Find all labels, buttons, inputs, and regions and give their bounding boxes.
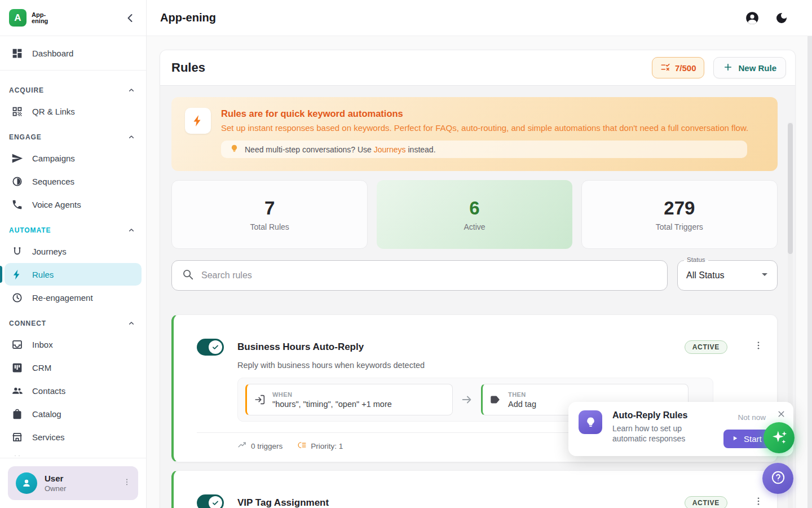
sidebar-item-contacts[interactable]: Contacts: [5, 379, 142, 402]
rule-menu-kebab-icon[interactable]: [753, 496, 764, 508]
half-circle-icon: [11, 175, 24, 187]
chevron-up-icon: [127, 86, 136, 95]
sidebar-item-voice-agents[interactable]: Voice Agents: [5, 193, 142, 216]
status-filter-label: Status: [684, 256, 708, 263]
qr-code-icon: [11, 105, 24, 117]
question-mark-icon: [770, 470, 786, 487]
sidebar-item-inbox[interactable]: Inbox: [5, 333, 142, 356]
window-scrollbar-track: [807, 36, 812, 508]
sidebar-collapse-button[interactable]: [123, 11, 137, 25]
new-rule-button[interactable]: New Rule: [713, 57, 786, 78]
chevron-down-icon: [758, 268, 771, 283]
trending-up-icon: [237, 440, 247, 452]
help-fab[interactable]: [762, 463, 793, 494]
sidebar-item-qr-links[interactable]: QR & Links: [5, 100, 142, 122]
chevron-up-icon: [127, 133, 136, 142]
search-input[interactable]: [201, 270, 657, 281]
sidebar-item-journeys[interactable]: Journeys: [5, 240, 142, 262]
sparkles-icon: [770, 427, 789, 448]
filters-row: Status All Status: [171, 260, 778, 291]
sidebar-item-campaigns[interactable]: Campaigns: [5, 147, 142, 169]
when-label: WHEN: [272, 391, 392, 398]
sidebar-item-appointments[interactable]: Appointments: [5, 449, 142, 456]
status-badge: ACTIVE: [685, 340, 727, 354]
sidebar-item-rules[interactable]: Rules: [5, 263, 142, 286]
sidebar-item-catalog[interactable]: Catalog: [5, 402, 142, 425]
chevron-up-icon: [127, 319, 136, 328]
stat-total-rules: 7 Total Rules: [171, 180, 368, 249]
close-icon[interactable]: [776, 409, 786, 419]
status-filter-value: All Status: [686, 270, 725, 281]
calendar-icon: [11, 454, 24, 456]
ai-assistant-fab[interactable]: [764, 422, 795, 453]
play-icon: [731, 434, 739, 444]
sidebar-item-re-engagement[interactable]: Re-engagement: [5, 286, 142, 309]
app-root: A App-ening Dashboard ACQUIRE QR & Li: [0, 0, 812, 508]
rule-menu-kebab-icon[interactable]: [753, 340, 764, 354]
topbar-title: App-ening: [160, 11, 745, 24]
section-header-automate[interactable]: AUTOMATE: [0, 216, 146, 239]
chevron-left-icon: [123, 18, 137, 27]
bolt-icon: [185, 108, 211, 134]
sidebar-user-section: User Owner: [0, 458, 146, 508]
sidebar-nav: Dashboard ACQUIRE QR & Links ENGAGE Camp…: [0, 36, 146, 456]
user-menu-kebab-icon[interactable]: [122, 478, 131, 489]
logo-badge: A: [9, 9, 27, 27]
section-header-acquire[interactable]: ACQUIRE: [0, 76, 146, 99]
when-condition-box: WHEN "hours", "timing", "open" +1 more: [245, 384, 453, 415]
dark-mode-moon-icon[interactable]: [775, 11, 788, 25]
status-filter-select[interactable]: Status All Status: [677, 260, 778, 291]
plus-icon: [723, 62, 733, 74]
page-title: Rules: [171, 60, 652, 75]
toggle-knob: [209, 496, 222, 508]
dashboard-icon: [11, 47, 24, 59]
popup-description: Learn how to set up automatic responses: [612, 423, 717, 444]
rules-quota-badge: 7/500: [652, 57, 705, 78]
tag-icon: [489, 393, 502, 406]
arrow-right-icon: [453, 393, 481, 406]
rule-name: Business Hours Auto-Reply: [237, 341, 685, 353]
login-arrow-icon: [254, 393, 266, 406]
user-name: User: [45, 474, 66, 483]
people-icon: [11, 384, 24, 397]
topbar: App-ening: [147, 0, 812, 36]
sidebar-item-sequences[interactable]: Sequences: [5, 170, 142, 192]
lightbulb-icon: [230, 144, 239, 155]
sidebar-item-services[interactable]: Services: [5, 426, 142, 448]
inbox-icon: [11, 338, 24, 351]
sidebar-item-crm[interactable]: CRM: [5, 356, 142, 379]
clock-icon: [11, 291, 24, 304]
not-now-button[interactable]: Not now: [738, 413, 766, 422]
auto-reply-popup: Auto-Reply Rules Learn how to set up aut…: [568, 402, 793, 456]
rule-enabled-toggle[interactable]: [197, 339, 224, 356]
user-card[interactable]: User Owner: [8, 466, 138, 500]
logo-text: App-ening: [32, 12, 48, 24]
rule-card-vip-tag: VIP Tag Assignment ACTIVE: [171, 470, 778, 508]
banner-description: Set up instant responses based on keywor…: [221, 123, 748, 133]
rule-description: Reply with business hours when keywords …: [237, 361, 764, 370]
banner-tip: Need multi-step conversations? Use Journ…: [221, 141, 747, 158]
status-badge: ACTIVE: [685, 496, 727, 508]
sidebar-item-dashboard[interactable]: Dashboard: [5, 42, 142, 64]
shopping-bag-icon: [11, 408, 24, 420]
rule-enabled-toggle[interactable]: [197, 494, 224, 508]
search-box: [171, 260, 668, 291]
stat-active: 6 Active: [377, 180, 572, 249]
journeys-link[interactable]: Journeys: [374, 145, 406, 154]
sidebar: A App-ening Dashboard ACQUIRE QR & Li: [0, 0, 147, 508]
search-icon: [182, 268, 194, 283]
phone-icon: [11, 198, 24, 211]
divider: [0, 70, 146, 71]
app-logo: A App-ening: [9, 9, 123, 27]
panel-scrollbar-thumb[interactable]: [788, 123, 793, 254]
section-header-connect[interactable]: CONNECT: [0, 309, 146, 332]
info-banner: Rules are for quick keyword automations …: [171, 97, 778, 171]
priority-indicator: Priority: 1: [297, 440, 343, 452]
section-header-engage[interactable]: ENGAGE: [0, 123, 146, 146]
trigger-count: 0 triggers: [237, 440, 283, 452]
panel-header: Rules 7/500 New Rule: [160, 50, 795, 86]
then-value: Add tag: [508, 400, 536, 409]
account-circle-icon[interactable]: [745, 11, 760, 25]
send-icon: [11, 152, 24, 164]
bolt-icon: [11, 268, 24, 281]
